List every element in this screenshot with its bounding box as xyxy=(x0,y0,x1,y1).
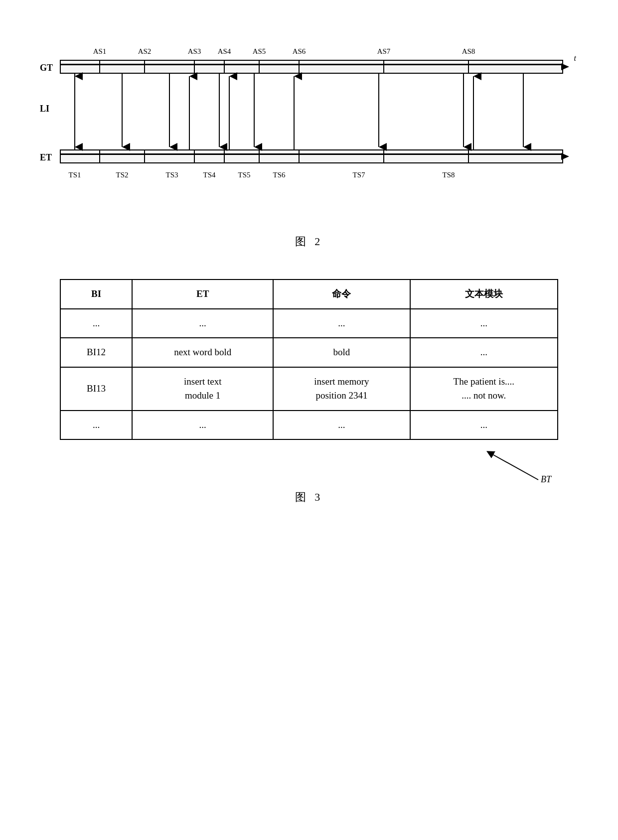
table-row: BI13 insert textmodule 1 insert memorypo… xyxy=(60,367,558,411)
row1-cmd: ... xyxy=(273,309,410,338)
svg-text:TS3: TS3 xyxy=(165,171,178,179)
bt-arrow-svg: BT xyxy=(478,445,558,485)
figure2-diagram: GT LI ET t xyxy=(35,20,583,229)
col-header-et: ET xyxy=(132,280,273,309)
row3-cmd: insert memoryposition 2341 xyxy=(273,367,410,411)
svg-text:AS7: AS7 xyxy=(377,47,391,55)
row4-et: ... xyxy=(132,411,273,440)
svg-text:AS2: AS2 xyxy=(138,47,152,55)
row1-module: ... xyxy=(410,309,558,338)
row2-bi: BI12 xyxy=(60,338,132,367)
figure3-caption: 图 3 xyxy=(0,490,618,505)
table-row: BI12 next word bold bold ... xyxy=(60,338,558,367)
svg-text:TS8: TS8 xyxy=(442,171,455,179)
svg-text:TS4: TS4 xyxy=(203,171,216,179)
svg-text:TS1: TS1 xyxy=(68,171,81,179)
svg-line-50 xyxy=(493,455,538,480)
col-header-bi: BI xyxy=(60,280,132,309)
col-header-cmd: 命令 xyxy=(273,280,410,309)
row3-bi: BI13 xyxy=(60,367,132,411)
bt-area: BT xyxy=(60,440,558,485)
row2-cmd: bold xyxy=(273,338,410,367)
row4-module: ... xyxy=(410,411,558,440)
svg-text:TS7: TS7 xyxy=(352,171,365,179)
svg-text:AS8: AS8 xyxy=(462,47,475,55)
table-row: ... ... ... ... xyxy=(60,411,558,440)
svg-text:AS3: AS3 xyxy=(188,47,201,55)
figure2-caption: 图 2 xyxy=(0,234,618,249)
svg-text:TS6: TS6 xyxy=(273,171,286,179)
row2-et: next word bold xyxy=(132,338,273,367)
svg-text:TS2: TS2 xyxy=(116,171,128,179)
svg-text:AS5: AS5 xyxy=(253,47,266,55)
svg-text:TS5: TS5 xyxy=(238,171,250,179)
svg-text:AS1: AS1 xyxy=(93,47,107,55)
row1-bi: ... xyxy=(60,309,132,338)
figure3-container: BI ET 命令 文本模块 ... ... ... ... BI12 next … xyxy=(60,279,558,485)
row4-bi: ... xyxy=(60,411,132,440)
data-table: BI ET 命令 文本模块 ... ... ... ... BI12 next … xyxy=(60,279,558,440)
svg-text:BT: BT xyxy=(541,474,552,484)
row1-et: ... xyxy=(132,309,273,338)
row3-module: The patient is........ not now. xyxy=(410,367,558,411)
col-header-module: 文本模块 xyxy=(410,280,558,309)
svg-text:AS4: AS4 xyxy=(218,47,231,55)
row2-module: ... xyxy=(410,338,558,367)
table-row: ... ... ... ... xyxy=(60,309,558,338)
row4-cmd: ... xyxy=(273,411,410,440)
svg-text:AS6: AS6 xyxy=(293,47,306,55)
figure2-svg: AS1 AS2 AS3 AS4 AS5 AS6 AS7 AS8 TS1 TS2 … xyxy=(35,20,583,229)
row3-et: insert textmodule 1 xyxy=(132,367,273,411)
